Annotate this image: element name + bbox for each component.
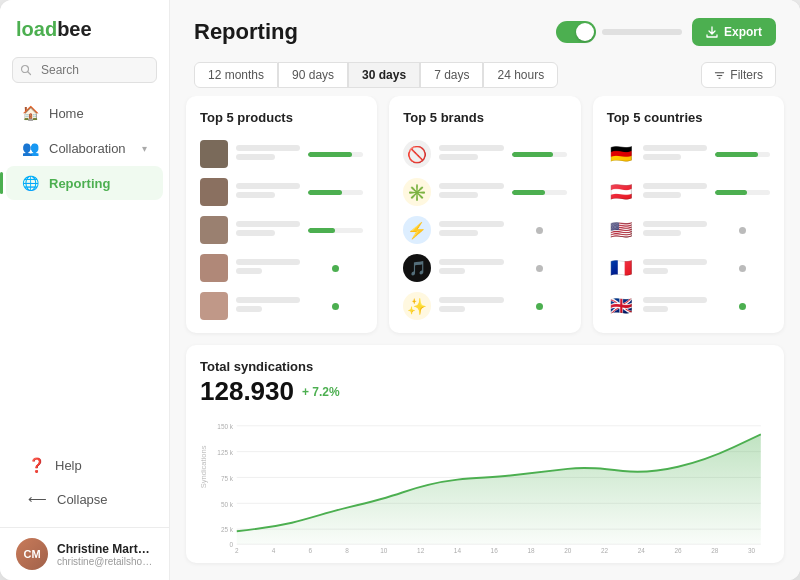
page-title: Reporting: [194, 19, 298, 45]
toggle-switch[interactable]: [556, 21, 596, 43]
user-name: Christine Martins: [57, 542, 153, 556]
top-countries-card: Top 5 countries 🇩🇪 🇦🇹 🇺🇸: [593, 96, 784, 333]
header-actions: Export: [556, 18, 776, 46]
sidebar-item-help[interactable]: ❓ Help: [12, 448, 157, 482]
svg-text:24: 24: [638, 546, 645, 554]
collaboration-icon: 👥: [22, 140, 39, 156]
bar-wrap: [308, 190, 363, 195]
sidebar-item-collaboration[interactable]: 👥 Collaboration ▾: [6, 131, 163, 165]
page-header: Reporting Export: [170, 0, 800, 56]
toggle-line-decoration: [602, 29, 682, 35]
filter-30days[interactable]: 30 days: [348, 62, 420, 88]
row-info: [439, 259, 503, 277]
table-row: ✳️: [403, 173, 566, 211]
row-info: [439, 145, 503, 163]
bar-wrap: [512, 190, 567, 195]
sidebar-item-label: Home: [49, 106, 147, 121]
table-row: 🇫🇷: [607, 249, 770, 287]
chart-area: 150 k 125 k 75 k 50 k 25 k 0 Syndication…: [200, 415, 770, 555]
filter-90days[interactable]: 90 days: [278, 62, 348, 88]
filter-7days[interactable]: 7 days: [420, 62, 483, 88]
svg-text:30: 30: [748, 546, 755, 554]
search-input[interactable]: [12, 57, 157, 83]
top-cards-grid: Top 5 products: [186, 96, 784, 333]
search-icon: [20, 64, 32, 76]
bar-wrap: [308, 152, 363, 157]
toggle-knob: [576, 23, 594, 41]
bar-wrap: [715, 265, 770, 272]
brand-icon: ⚡: [403, 216, 431, 244]
top-brands-title: Top 5 brands: [403, 110, 566, 125]
sidebar-item-reporting[interactable]: 🌐 Reporting: [6, 166, 163, 200]
svg-text:16: 16: [491, 546, 498, 554]
svg-text:125 k: 125 k: [217, 448, 233, 456]
row-info: [236, 259, 300, 277]
sidebar-item-home[interactable]: 🏠 Home: [6, 96, 163, 130]
filters-label: Filters: [730, 68, 763, 82]
svg-text:Syndications: Syndications: [201, 445, 208, 488]
syndication-value: 128.930 + 7.2%: [200, 376, 770, 407]
avatar: CM: [16, 538, 48, 570]
row-info: [236, 183, 300, 201]
reporting-icon: 🌐: [22, 175, 39, 191]
svg-text:75 k: 75 k: [221, 474, 234, 482]
row-info: [236, 221, 300, 239]
table-row: 🎵: [403, 249, 566, 287]
export-button[interactable]: Export: [692, 18, 776, 46]
nav-menu: 🏠 Home 👥 Collaboration ▾ 🌐 Reporting: [0, 93, 169, 437]
product-thumb: [200, 254, 228, 282]
bar-wrap: [308, 303, 363, 310]
row-info: [439, 221, 503, 239]
bar-wrap: [715, 303, 770, 310]
export-icon: [706, 26, 718, 38]
syndication-title: Total syndications: [200, 359, 770, 374]
brand-icon: 🎵: [403, 254, 431, 282]
bar-wrap: [512, 303, 567, 310]
table-row: 🇬🇧: [607, 287, 770, 325]
user-email: christine@retailshop.com: [57, 556, 153, 567]
brand-icon: 🚫: [403, 140, 431, 168]
table-row: ✨: [403, 287, 566, 325]
syndication-delta: + 7.2%: [302, 385, 340, 399]
svg-line-1: [28, 72, 31, 75]
flag-icon-fr: 🇫🇷: [607, 254, 635, 282]
syndications-chart: 150 k 125 k 75 k 50 k 25 k 0 Syndication…: [200, 415, 770, 555]
table-row: 🇦🇹: [607, 173, 770, 211]
user-info: Christine Martins christine@retailshop.c…: [57, 542, 153, 567]
filters-button[interactable]: Filters: [701, 62, 776, 88]
flag-icon-de: 🇩🇪: [607, 140, 635, 168]
product-thumb: [200, 292, 228, 320]
row-info: [643, 145, 707, 163]
flag-icon-at: 🇦🇹: [607, 178, 635, 206]
bar-wrap: [512, 227, 567, 234]
app-window: loadbee 🏠 Home 👥 Collaboration ▾ 🌐 Repor…: [0, 0, 800, 580]
syndications-card: Total syndications 128.930 + 7.2%: [186, 345, 784, 563]
collapse-icon: ⟵: [28, 492, 47, 507]
flag-icon-gb: 🇬🇧: [607, 292, 635, 320]
sidebar-item-collapse[interactable]: ⟵ Collapse: [12, 483, 157, 516]
filter-24hours[interactable]: 24 hours: [483, 62, 558, 88]
table-row: 🚫: [403, 135, 566, 173]
sidebar-item-label: Help: [55, 458, 141, 473]
row-info: [439, 297, 503, 315]
svg-text:14: 14: [454, 546, 461, 554]
svg-text:22: 22: [601, 546, 608, 554]
row-info: [236, 297, 300, 315]
avatar-initials: CM: [23, 548, 40, 560]
svg-text:8: 8: [345, 546, 349, 554]
bar-wrap: [308, 265, 363, 272]
svg-text:0: 0: [230, 541, 234, 549]
toggle-group: [556, 21, 682, 43]
bar-wrap: [512, 152, 567, 157]
table-row: 🇺🇸: [607, 211, 770, 249]
svg-text:26: 26: [674, 546, 681, 554]
product-thumb: [200, 216, 228, 244]
search-container: [0, 51, 169, 93]
help-icon: ❓: [28, 457, 45, 473]
table-row: ⚡: [403, 211, 566, 249]
row-info: [439, 183, 503, 201]
svg-text:20: 20: [564, 546, 571, 554]
user-profile[interactable]: CM Christine Martins christine@retailsho…: [0, 527, 169, 580]
filter-12months[interactable]: 12 months: [194, 62, 278, 88]
bar-wrap: [715, 152, 770, 157]
